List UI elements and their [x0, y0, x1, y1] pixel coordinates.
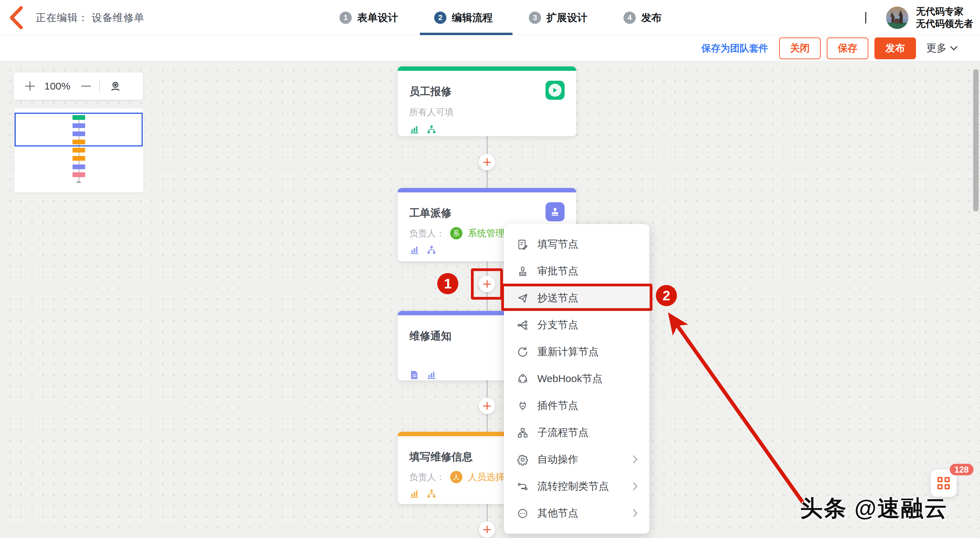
user-name: 无代码专家 — [916, 5, 973, 18]
gear-icon — [517, 454, 528, 465]
save-button[interactable]: 保存 — [827, 37, 868, 59]
chevron-right-icon — [633, 509, 638, 517]
owner-avatar: 系 — [450, 227, 462, 239]
owner-avatar: 人 — [450, 471, 462, 483]
close-button[interactable]: 关闭 — [779, 37, 821, 59]
header-divider — [865, 12, 866, 24]
minimap-end-marker — [76, 181, 81, 183]
step-edit-flow[interactable]: 2 编辑流程 — [434, 11, 493, 25]
menu-item-approve-node[interactable]: 审批节点 — [504, 258, 649, 285]
flow-canvas[interactable]: 100% 员工报修 所有人可填 — [0, 61, 980, 538]
apps-grid-icon — [937, 477, 950, 489]
form-icon — [517, 239, 528, 250]
hierarchy-icon — [426, 245, 436, 255]
annotation-step-2: 2 — [656, 285, 677, 306]
chevron-right-icon — [633, 482, 638, 491]
zoom-panel-divider — [99, 80, 100, 92]
add-node-menu: 填写节点 审批节点 抄送节点 分支节点 重新计算节点 WebHook节点 插件节… — [504, 224, 649, 533]
avatar[interactable] — [886, 6, 908, 29]
minimap-node — [73, 172, 85, 177]
back-icon[interactable] — [8, 6, 24, 30]
step-publish[interactable]: 4 发布 — [624, 11, 662, 25]
step-number: 3 — [529, 11, 541, 24]
owner-label: 负责人： — [409, 471, 445, 483]
hierarchy-icon — [426, 489, 436, 499]
bar-chart-icon — [409, 245, 420, 255]
menu-item-recalculate-node[interactable]: 重新计算节点 — [504, 339, 649, 365]
subflow-icon — [517, 427, 528, 439]
locate-icon[interactable] — [109, 80, 122, 93]
owner-name: 人员选择 — [468, 471, 504, 483]
chevron-down-icon — [950, 46, 958, 51]
menu-item-subflow-node[interactable]: 子流程节点 — [504, 419, 649, 446]
minimap-node — [73, 156, 85, 161]
bar-chart-icon — [426, 370, 436, 380]
step-nav: 1 表单设计 2 编辑流程 3 扩展设计 4 发布 — [339, 0, 662, 35]
watermark: 头条 @速融云 — [800, 493, 948, 524]
menu-item-fill-node[interactable]: 填写节点 — [504, 231, 649, 258]
menu-item-auto-action[interactable]: 自动操作 — [504, 446, 649, 473]
refresh-icon — [517, 346, 528, 358]
node-title: 员工报修 — [409, 84, 565, 99]
route-icon — [517, 481, 528, 492]
step-number: 4 — [624, 11, 636, 24]
zoom-in-button[interactable] — [23, 80, 37, 93]
action-toolbar: 保存为团队套件 关闭 保存 发布 更多 — [0, 35, 980, 61]
ellipsis-circle-icon — [517, 508, 528, 519]
minimap-node — [73, 164, 85, 169]
node-title: 工单派修 — [409, 206, 565, 220]
menu-item-webhook-node[interactable]: WebHook节点 — [504, 365, 649, 392]
active-step-underline — [420, 33, 512, 35]
step-number: 1 — [339, 11, 352, 24]
stamp-icon — [550, 206, 560, 217]
minimap[interactable] — [14, 108, 143, 193]
more-menu[interactable]: 更多 — [926, 41, 958, 55]
app-header: 正在编辑： 设备维修单 1 表单设计 2 编辑流程 3 扩展设计 4 发布 — [0, 0, 980, 35]
page-title: 正在编辑： 设备维修单 — [36, 0, 145, 35]
node-color-bar — [398, 67, 576, 71]
annotation-step-1: 1 — [437, 273, 458, 294]
step-extend-design[interactable]: 3 扩展设计 — [529, 11, 587, 25]
document-icon — [409, 370, 420, 380]
chevron-right-icon — [633, 455, 638, 464]
publish-button[interactable]: 发布 — [875, 37, 916, 59]
header-user-area: 无代码专家 无代码领先者 — [865, 0, 973, 35]
vertical-scrollbar[interactable] — [973, 69, 978, 212]
user-subtitle: 无代码领先者 — [916, 18, 973, 30]
add-node-button[interactable] — [479, 154, 495, 170]
step-form-design[interactable]: 1 表单设计 — [339, 11, 398, 25]
save-as-team-kit-link[interactable]: 保存为团队套件 — [702, 42, 768, 55]
webhook-icon — [517, 373, 528, 385]
plug-icon — [517, 400, 528, 412]
node-subtitle: 所有人可填 — [409, 106, 565, 118]
stamp-icon — [517, 266, 528, 277]
menu-item-other-node[interactable]: 其他节点 — [504, 500, 649, 527]
add-node-button[interactable] — [479, 398, 495, 414]
menu-item-flow-control-node[interactable]: 流转控制类节点 — [504, 473, 649, 500]
add-node-button[interactable] — [479, 521, 495, 538]
user-names: 无代码专家 无代码领先者 — [916, 5, 973, 30]
send-icon — [517, 293, 528, 304]
bar-chart-icon — [409, 124, 420, 135]
add-node-button-highlighted[interactable] — [479, 276, 495, 292]
play-icon — [549, 84, 562, 97]
zoom-out-button[interactable] — [80, 80, 93, 93]
bar-chart-icon — [409, 489, 420, 499]
hierarchy-icon — [426, 124, 436, 135]
step-number: 2 — [434, 11, 446, 24]
notification-badge: 128 — [950, 464, 974, 475]
zoom-panel: 100% — [14, 73, 143, 100]
node-color-bar — [398, 188, 576, 193]
approve-node-stamp-badge[interactable] — [546, 202, 565, 221]
flow-node-start[interactable]: 员工报修 所有人可填 — [398, 67, 576, 136]
menu-item-plugin-node[interactable]: 插件节点 — [504, 392, 649, 419]
branch-icon — [517, 319, 528, 331]
menu-item-branch-node[interactable]: 分支节点 — [504, 312, 649, 339]
minimap-viewport[interactable] — [14, 113, 143, 146]
menu-item-cc-node[interactable]: 抄送节点 — [504, 285, 649, 312]
owner-label: 负责人： — [409, 228, 445, 239]
zoom-level: 100% — [44, 80, 70, 92]
start-node-play-badge[interactable] — [546, 81, 565, 100]
minimap-node — [73, 148, 85, 153]
